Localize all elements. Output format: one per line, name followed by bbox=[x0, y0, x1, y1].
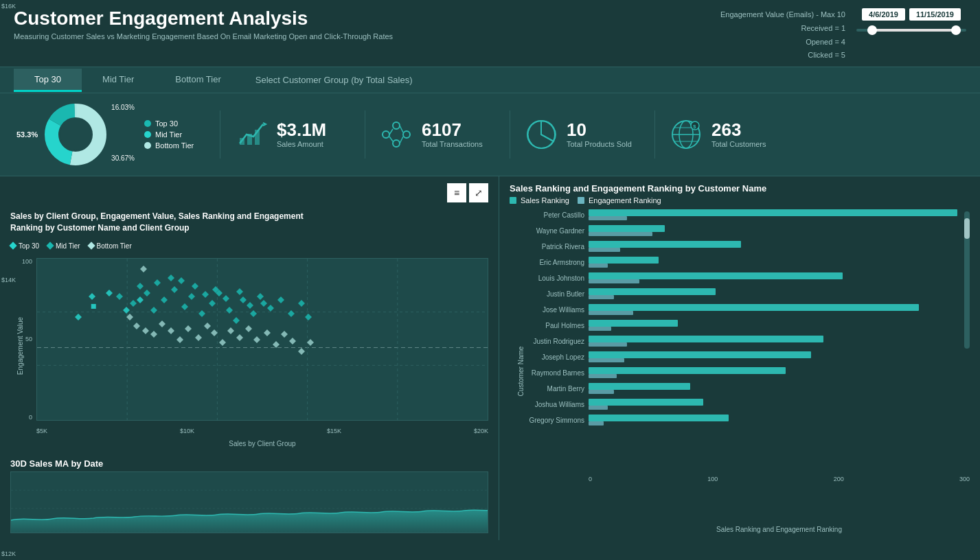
kpi-sales-text: $3.1M Sales Amount bbox=[277, 121, 326, 148]
svg-line-14 bbox=[400, 137, 403, 143]
bar-x-label: Sales Ranking and Engagement Ranking bbox=[510, 526, 970, 533]
bar-sales bbox=[589, 320, 678, 327]
bar-customer-name: Wayne Gardner bbox=[510, 227, 589, 235]
svg-marker-89 bbox=[281, 331, 288, 338]
slider-fill bbox=[867, 29, 961, 32]
legend-dot-midtier bbox=[144, 131, 151, 138]
kpi-customers: $ 263 Total Customers bbox=[669, 117, 786, 152]
bar-chart-legend: Sales Ranking Engagement Ranking bbox=[510, 196, 970, 205]
svg-marker-53 bbox=[250, 310, 257, 317]
date-end[interactable]: 11/15/2019 bbox=[909, 8, 961, 21]
svg-marker-50 bbox=[226, 307, 233, 314]
svg-marker-44 bbox=[171, 286, 178, 293]
bar-sales bbox=[589, 367, 786, 374]
bar-engagement bbox=[589, 342, 627, 347]
date-range: 4/6/2019 11/15/2019 bbox=[856, 8, 966, 32]
bar-engagement bbox=[589, 421, 604, 425]
bar-rows-container: Peter CastilloWayne GardnerPatrick River… bbox=[510, 209, 970, 533]
opened-label: Opened = 4 bbox=[720, 36, 845, 49]
bar-x-ticks: 0 100 200 300 bbox=[510, 476, 970, 482]
bar-engagement bbox=[589, 374, 617, 378]
slider-thumb-right[interactable] bbox=[951, 25, 961, 35]
bar-track bbox=[589, 288, 970, 300]
svg-rect-4 bbox=[240, 138, 244, 145]
svg-line-11 bbox=[389, 129, 393, 135]
donut-section: 53.3% 16.03% 30.67% Top 30 Mid Tier bbox=[14, 100, 206, 169]
table-view-button[interactable]: ≡ bbox=[447, 183, 466, 202]
bar-engagement bbox=[589, 327, 611, 331]
svg-marker-46 bbox=[188, 293, 195, 300]
bar-chart-body: Customer Name Peter CastilloWayne Gardne… bbox=[510, 209, 970, 533]
svg-marker-64 bbox=[247, 302, 253, 309]
scrollbar[interactable] bbox=[964, 211, 970, 349]
tab-bottomtier[interactable]: Bottom Tier bbox=[155, 69, 241, 92]
right-panel: Sales Ranking and Engagement Ranking by … bbox=[499, 176, 980, 540]
svg-marker-83 bbox=[227, 327, 234, 334]
slider-track[interactable] bbox=[856, 29, 966, 32]
tab-midtier[interactable]: Mid Tier bbox=[82, 69, 155, 92]
svg-marker-54 bbox=[260, 300, 267, 307]
bar-row: Peter Castillo bbox=[510, 209, 970, 221]
date-row: 4/6/2019 11/15/2019 bbox=[862, 8, 961, 21]
bar-row: Joseph Lopez bbox=[510, 351, 970, 363]
legend-top30: Top 30 bbox=[144, 119, 194, 128]
kpi-row: 53.3% 16.03% 30.67% Top 30 Mid Tier bbox=[0, 93, 980, 176]
svg-marker-66 bbox=[267, 305, 274, 312]
svg-marker-47 bbox=[198, 310, 205, 317]
scrollbar-thumb[interactable] bbox=[964, 218, 970, 239]
area-chart-title: 30D Sales MA by Date bbox=[10, 458, 488, 469]
donut-chart: 53.3% 16.03% 30.67% bbox=[41, 100, 110, 169]
bar-row: Eric Armstrong bbox=[510, 256, 970, 268]
bar-track bbox=[589, 319, 970, 331]
bar-engagement bbox=[589, 279, 639, 283]
svg-marker-67 bbox=[277, 296, 284, 303]
svg-rect-5 bbox=[247, 134, 252, 145]
kpi-divider-2 bbox=[365, 110, 365, 159]
date-slider[interactable] bbox=[856, 29, 966, 32]
svg-marker-73 bbox=[142, 327, 149, 334]
clicked-label: Clicked = 5 bbox=[720, 49, 845, 62]
kpi-products-label: Total Products Sold bbox=[567, 140, 632, 148]
legend-diamond-midtier bbox=[46, 242, 54, 250]
slider-thumb-left[interactable] bbox=[867, 25, 877, 35]
bar-sales bbox=[589, 383, 690, 390]
svg-marker-38 bbox=[137, 296, 144, 303]
bar-customer-name: Patrick Rivera bbox=[510, 243, 589, 250]
bar-sales bbox=[589, 304, 919, 311]
svg-marker-58 bbox=[178, 277, 185, 284]
header-right: Engagement Value (Emails) - Max 10 Recei… bbox=[720, 8, 966, 62]
svg-marker-82 bbox=[219, 339, 226, 346]
bar-customer-name: Gregory Simmons bbox=[510, 417, 589, 424]
svg-marker-85 bbox=[245, 325, 252, 332]
svg-line-12 bbox=[400, 126, 403, 132]
bar-row: Wayne Gardner bbox=[510, 224, 970, 237]
svg-marker-43 bbox=[161, 296, 168, 303]
bar-sales bbox=[589, 241, 741, 248]
scatter-canvas bbox=[36, 258, 488, 421]
date-start[interactable]: 4/6/2019 bbox=[862, 8, 905, 21]
bar-row: Patrick Rivera bbox=[510, 240, 970, 253]
bar-sales bbox=[589, 288, 716, 295]
bar-sales bbox=[589, 415, 729, 421]
svg-marker-40 bbox=[130, 300, 137, 307]
page-title: Customer Engagement Analysis bbox=[14, 8, 393, 30]
bar-engagement bbox=[589, 390, 614, 394]
scatter-legend: Top 30 Mid Tier Bottom Tier bbox=[10, 242, 488, 250]
bar-customer-name: Louis Johnston bbox=[510, 275, 589, 282]
kpi-sales-value: $3.1M bbox=[277, 121, 326, 139]
bar-row: Justin Butler bbox=[510, 288, 970, 300]
x-axis-ticks: $5K $10K $15K $20K bbox=[36, 428, 488, 434]
customer-group-select[interactable]: Select Customer Group (by Total Sales) bbox=[255, 75, 413, 85]
area-chart-canvas bbox=[10, 471, 488, 533]
kpi-divider-3 bbox=[510, 110, 510, 159]
svg-marker-72 bbox=[133, 323, 140, 329]
donut-label-bottom: 30.67% bbox=[111, 154, 135, 162]
svg-marker-60 bbox=[202, 291, 209, 298]
expand-button[interactable]: ⤢ bbox=[469, 183, 488, 202]
svg-point-9 bbox=[403, 131, 410, 138]
kpi-customers-label: Total Customers bbox=[711, 140, 766, 148]
kpi-transactions: 6107 Total Transactions bbox=[379, 117, 496, 152]
globe-icon: $ bbox=[669, 117, 703, 152]
svg-marker-48 bbox=[209, 300, 216, 307]
scatter-legend-midtier: Mid Tier bbox=[47, 242, 80, 250]
